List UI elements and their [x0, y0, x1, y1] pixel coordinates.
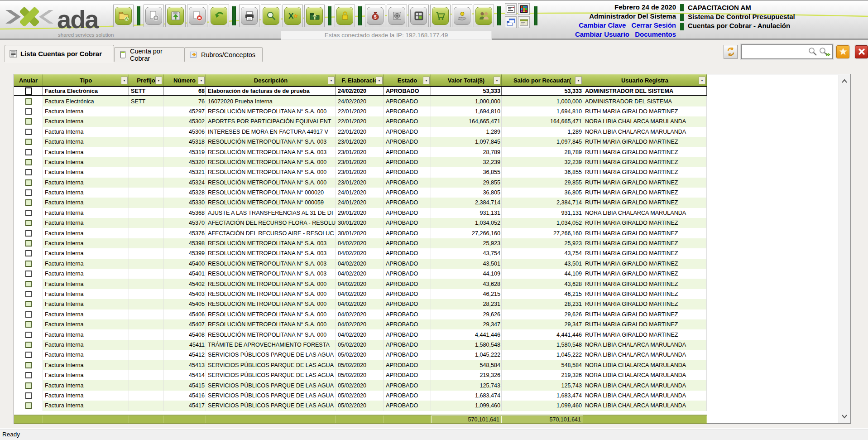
- preview-button[interactable]: [261, 5, 281, 27]
- table-row[interactable]: Factura Interna45321RESOLUCIÓN METROPOLI…: [14, 167, 707, 177]
- table-row[interactable]: Factura Interna45405RESOLUCIÓN METROPOLI…: [14, 299, 707, 309]
- filter-dropdown-icon[interactable]: ▼: [121, 77, 128, 84]
- table-row[interactable]: Factura Interna45416SERVICIOS PÚBLICOS P…: [14, 391, 707, 401]
- table-row[interactable]: Factura Interna45376AFECTACIÓN DEL RECUR…: [14, 228, 707, 238]
- search-next-icon[interactable]: [819, 47, 830, 57]
- filter-dropdown-icon[interactable]: ▼: [155, 77, 162, 84]
- anular-checkbox[interactable]: [25, 139, 32, 145]
- anular-checkbox[interactable]: [25, 372, 32, 378]
- anular-checkbox[interactable]: [25, 87, 32, 95]
- lock-button[interactable]: [335, 5, 355, 27]
- modules-button[interactable]: [408, 5, 429, 27]
- anular-checkbox[interactable]: [25, 352, 32, 358]
- delete-document-button[interactable]: [187, 5, 207, 27]
- table-row[interactable]: Factura Interna45415SERVICIOS PÚBLICOS P…: [14, 380, 707, 390]
- filter-dropdown-icon[interactable]: ▼: [376, 77, 383, 84]
- refresh-button[interactable]: [724, 45, 738, 59]
- tab-cuenta-por-cobrar[interactable]: Cuenta por Cobrar: [114, 47, 185, 62]
- anular-checkbox[interactable]: [25, 118, 32, 125]
- scroll-up-button[interactable]: [839, 76, 850, 87]
- table-row[interactable]: Factura Interna45399RESOLUCIÓN METROPOLI…: [14, 248, 707, 258]
- change-password-link[interactable]: Cambiar Clave: [579, 21, 626, 29]
- column-header-saldo-por-recaudar[interactable]: Saldo por Recaudar(▼: [502, 74, 583, 86]
- table-row[interactable]: Factura Interna45306INTERESES DE MORA EN…: [14, 127, 707, 137]
- table-row[interactable]: Factura Interna45302APORTES POR PARTICIP…: [14, 116, 707, 126]
- anular-checkbox[interactable]: [25, 199, 32, 206]
- export-folder-button[interactable]: [304, 5, 325, 27]
- save-button[interactable]: [165, 5, 186, 27]
- table-row[interactable]: Factura Interna45318RESOLUCIÓN METROPOLI…: [14, 137, 707, 147]
- column-header-valor-total[interactable]: Valor Total($)▼: [431, 74, 502, 86]
- table-row[interactable]: Factura Interna45414SERVICIOS PÚBLICOS P…: [14, 370, 707, 380]
- anular-checkbox[interactable]: [25, 129, 32, 135]
- anular-checkbox[interactable]: [25, 291, 32, 297]
- filter-dropdown-icon[interactable]: ▼: [494, 77, 500, 84]
- hand-money-button[interactable]: [452, 5, 472, 27]
- documents-link[interactable]: Documentos: [635, 30, 676, 38]
- anular-checkbox[interactable]: [25, 108, 32, 115]
- table-row[interactable]: Factura Interna45370AFECTACIÓN DEL RECUR…: [14, 218, 707, 228]
- close-button[interactable]: [855, 45, 868, 58]
- table-row[interactable]: Factura Interna45413SERVICIOS PÚBLICOS P…: [14, 360, 707, 370]
- anular-checkbox[interactable]: [25, 149, 32, 155]
- table-row[interactable]: Factura Interna45330RESOLUCIÓN METROPOLI…: [14, 198, 707, 208]
- filter-dropdown-icon[interactable]: ▼: [699, 77, 705, 84]
- tab-lista-cuentas-por-cobrar[interactable]: Lista Cuentas por Cobrar: [5, 45, 114, 62]
- anular-checkbox[interactable]: [25, 271, 32, 277]
- open-folder-button[interactable]: [113, 5, 134, 27]
- table-row[interactable]: Factura Interna45398RESOLUCIÓN METROPOLI…: [14, 238, 707, 248]
- table-row[interactable]: Factura Interna45401RESOLUCIÓN METROPOLI…: [14, 269, 707, 279]
- tab-rubros-conceptos[interactable]: Rubros/Conceptos: [185, 47, 263, 62]
- anular-checkbox[interactable]: [25, 362, 32, 368]
- anular-checkbox[interactable]: [25, 179, 32, 186]
- export-excel-button[interactable]: X: [283, 5, 303, 27]
- anular-checkbox[interactable]: [25, 321, 32, 328]
- vertical-scrollbar[interactable]: [839, 75, 850, 423]
- pixel-grid-button[interactable]: [518, 3, 530, 15]
- table-row[interactable]: Factura Interna45408RESOLUCIÓN METROPOLI…: [14, 329, 707, 339]
- table-row[interactable]: Factura ElectrónicaSETT68Elaboración de …: [14, 86, 707, 96]
- scroll-down-button[interactable]: [839, 411, 850, 422]
- table-row[interactable]: Factura Interna45319RESOLUCIÓN METROPOLI…: [14, 147, 707, 157]
- column-header-usuario-registra[interactable]: Usuario Registra▼: [583, 74, 707, 86]
- shopping-cart-button[interactable]: [430, 5, 451, 27]
- users-button[interactable]: [474, 5, 494, 27]
- anular-checkbox[interactable]: [25, 402, 32, 409]
- anular-checkbox[interactable]: [25, 332, 32, 338]
- table-row[interactable]: Factura Interna45324RESOLUCIÓN METROPOLI…: [14, 178, 707, 188]
- filter-dropdown-icon[interactable]: ▼: [575, 77, 582, 84]
- table-row[interactable]: Factura Interna45407RESOLUCIÓN METROPOLI…: [14, 319, 707, 329]
- anular-checkbox[interactable]: [25, 169, 32, 175]
- print-button[interactable]: [239, 5, 259, 27]
- undo-button[interactable]: [209, 5, 229, 27]
- anular-checkbox[interactable]: [25, 392, 32, 399]
- new-document-button[interactable]: [144, 5, 164, 27]
- table-row[interactable]: Factura Interna45297RESOLUCIÓN METROPOLI…: [14, 106, 707, 116]
- table-row[interactable]: Factura ElectrónicaSETT7616072020 Prueba…: [14, 96, 707, 106]
- filter-dropdown-icon[interactable]: ▼: [328, 77, 335, 84]
- column-header-anular[interactable]: Anular: [14, 74, 43, 86]
- filter-dropdown-icon[interactable]: ▼: [423, 77, 430, 84]
- anular-checkbox[interactable]: [25, 230, 32, 237]
- anular-checkbox[interactable]: [25, 98, 32, 105]
- anular-checkbox[interactable]: [25, 261, 32, 267]
- column-header-número[interactable]: Número▼: [163, 74, 206, 86]
- anular-checkbox[interactable]: [25, 342, 32, 348]
- window-layers-button[interactable]: [505, 16, 517, 28]
- anular-checkbox[interactable]: [25, 220, 32, 226]
- table-row[interactable]: Factura Interna45368AJUSTE A LAS TRANSFE…: [14, 208, 707, 218]
- anular-checkbox[interactable]: [25, 240, 32, 247]
- table-row[interactable]: Factura Interna45406RESOLUCIÓN METROPOLI…: [14, 309, 707, 319]
- table-row[interactable]: Factura Interna45403RESOLUCIÓN METROPOLI…: [14, 289, 707, 299]
- safe-button[interactable]: [387, 5, 407, 27]
- column-header-tipo[interactable]: Tipo▼: [43, 74, 129, 86]
- search-icon[interactable]: [808, 47, 818, 57]
- column-header-estado[interactable]: Estado▼: [384, 74, 431, 86]
- anular-checkbox[interactable]: [25, 382, 32, 389]
- column-header-descripción[interactable]: Descripción▼: [206, 74, 336, 86]
- table-row[interactable]: Factura Interna45320RESOLUCIÓN METROPOLI…: [14, 157, 707, 167]
- logout-link[interactable]: Cerrar Sesión: [632, 21, 676, 29]
- change-user-link[interactable]: Cambiar Usuario: [575, 30, 629, 38]
- table-row[interactable]: Factura Interna45411TRÁMITE DE APROVECHA…: [14, 340, 707, 350]
- money-bag-button[interactable]: $: [365, 5, 385, 27]
